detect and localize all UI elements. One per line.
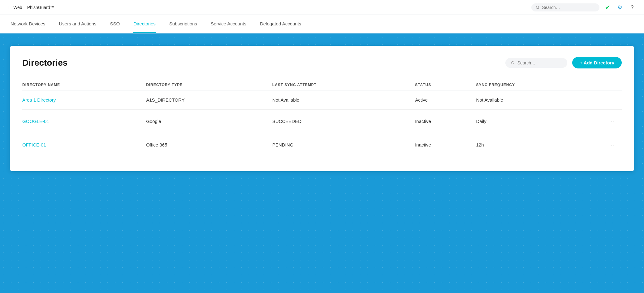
nav-phishguard[interactable]: PhishGuard™: [27, 5, 54, 10]
page-title: Directories: [22, 58, 67, 68]
card-actions: + Add Directory: [505, 57, 622, 68]
more-options-button[interactable]: ···: [606, 116, 617, 126]
brand-nav: l Web PhishGuard™: [7, 5, 54, 10]
directory-name-cell: GOOGLE-01: [22, 110, 146, 133]
main-background: Directories + Add Directory Directory Na…: [0, 33, 644, 293]
tab-delegated-accounts[interactable]: Delegated Accounts: [259, 15, 302, 33]
directory-type-cell: A1S_DIRECTORY: [146, 90, 272, 110]
topbar-search-box[interactable]: [531, 3, 599, 11]
sync-freq-cell: Daily: [476, 110, 603, 133]
col-header-type: Directory Type: [146, 80, 272, 90]
tab-directories[interactable]: Directories: [133, 15, 156, 33]
row-actions-cell: ···: [603, 133, 622, 157]
col-header-sync-freq: Sync Frequency: [476, 80, 603, 90]
directory-search-icon: [511, 61, 515, 65]
status-cell: Active: [415, 90, 476, 110]
table-row: Area 1 DirectoryA1S_DIRECTORYNot Availab…: [22, 90, 622, 110]
shield-icon[interactable]: ✔: [603, 3, 612, 12]
tab-users-and-actions[interactable]: Users and Actions: [58, 15, 97, 33]
directory-name-cell: Area 1 Directory: [22, 90, 146, 110]
more-options-button[interactable]: ···: [606, 140, 617, 150]
tab-network-devices[interactable]: Network Devices: [10, 15, 46, 33]
directory-name-link[interactable]: Area 1 Directory: [22, 97, 56, 103]
topbar-right: ✔ ⚙ ?: [531, 3, 637, 12]
tab-service-accounts[interactable]: Service Accounts: [210, 15, 247, 33]
col-header-actions: [603, 80, 622, 90]
brand-prefix: l: [7, 5, 8, 10]
last-sync-cell: Not Available: [272, 90, 415, 110]
last-sync-cell: SUCCEEDED: [272, 110, 415, 133]
row-actions-cell: ···: [603, 110, 622, 133]
directories-card: Directories + Add Directory Directory Na…: [10, 46, 634, 171]
status-cell: Inactive: [415, 110, 476, 133]
directory-name-link[interactable]: GOOGLE-01: [22, 119, 49, 124]
directory-search-input[interactable]: [517, 60, 562, 65]
svg-point-2: [512, 61, 514, 64]
col-header-name: Directory Name: [22, 80, 146, 90]
directories-table: Directory Name Directory Type Last Sync …: [22, 80, 622, 156]
col-header-last-sync: Last Sync Attempt: [272, 80, 415, 90]
add-directory-button[interactable]: + Add Directory: [572, 57, 622, 68]
nav-tabs: Network Devices Users and Actions SSO Di…: [0, 15, 644, 33]
directory-type-cell: Google: [146, 110, 272, 133]
directory-name-cell: OFFICE-01: [22, 133, 146, 157]
topbar-search-icon: [536, 5, 540, 10]
directory-type-cell: Office 365: [146, 133, 272, 157]
svg-line-1: [538, 8, 539, 9]
topbar: l Web PhishGuard™ ✔ ⚙ ?: [0, 0, 644, 15]
tab-subscriptions[interactable]: Subscriptions: [169, 15, 198, 33]
tab-sso[interactable]: SSO: [109, 15, 120, 33]
status-cell: Inactive: [415, 133, 476, 157]
svg-point-0: [536, 6, 539, 8]
sync-freq-cell: 12h: [476, 133, 603, 157]
last-sync-cell: PENDING: [272, 133, 415, 157]
help-icon[interactable]: ?: [628, 3, 637, 12]
sync-freq-cell: Not Available: [476, 90, 603, 110]
gear-icon[interactable]: ⚙: [616, 3, 624, 12]
directory-name-link[interactable]: OFFICE-01: [22, 142, 46, 147]
card-header: Directories + Add Directory: [22, 57, 622, 68]
table-row: OFFICE-01Office 365PENDINGInactive12h···: [22, 133, 622, 157]
directory-search-box[interactable]: [505, 58, 567, 68]
table-row: GOOGLE-01GoogleSUCCEEDEDInactiveDaily···: [22, 110, 622, 133]
col-header-status: Status: [415, 80, 476, 90]
row-actions-cell: [603, 90, 622, 110]
svg-line-3: [514, 63, 514, 64]
nav-web[interactable]: Web: [13, 5, 22, 10]
topbar-search-input[interactable]: [542, 5, 595, 10]
